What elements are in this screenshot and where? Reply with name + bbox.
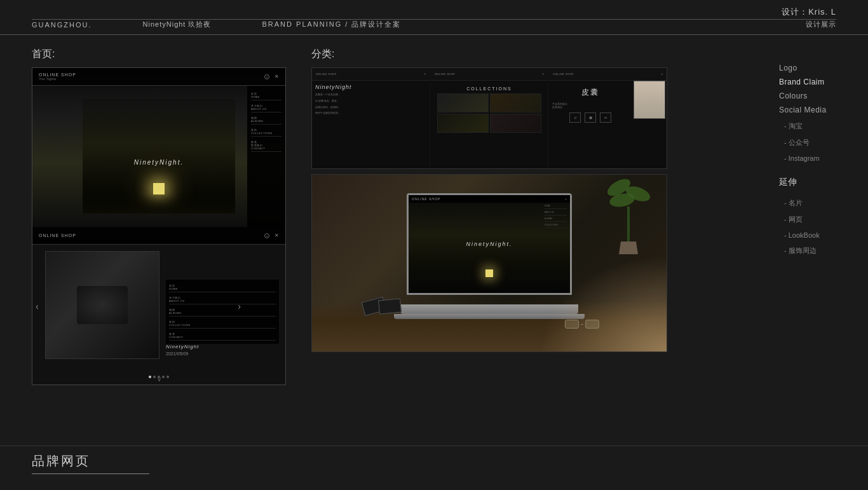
glasses-bridge xyxy=(581,324,583,325)
header-city: GUANGZHOU. xyxy=(32,21,92,29)
menu-home: 首页HOME xyxy=(251,91,281,100)
category-label: 分类: xyxy=(311,48,792,61)
carousel-info: 首页HOME 关于我们ABOUT US 相册ALBUMS 系列COLLECTIO… xyxy=(159,245,285,365)
laptop-light-box xyxy=(485,269,493,277)
cat-panel-3-content: 皮囊 产品系列展示皮具精品 ∪ ◉ ∞ xyxy=(549,81,667,168)
coll-thumb-3 xyxy=(437,114,489,133)
sidebar-colours[interactable]: Colours xyxy=(779,92,849,100)
header-brand-name: NinetyNight 玖拾夜 xyxy=(143,20,212,29)
collections-grid xyxy=(434,93,545,133)
sidebar-instagram[interactable]: - Instagram xyxy=(779,154,849,162)
preview-nav-subtitle: Your Tagline xyxy=(39,77,76,81)
cat-product-icons: ∪ ◉ ∞ xyxy=(552,110,628,125)
laptop-screen-nav: ONLINE SHOP ✕ xyxy=(409,195,570,203)
biz-card-2 xyxy=(378,299,402,315)
icon-link: ∞ xyxy=(600,112,611,123)
bottom-underline xyxy=(32,473,149,474)
preview-nav-title: ONLINE SHOP xyxy=(39,72,76,77)
menu-about: 关于我们ABOUT US xyxy=(251,103,281,112)
ocean-brand-text: NinetyNight. xyxy=(134,159,184,166)
sidebar-social-media[interactable]: Social Media xyxy=(779,105,849,114)
product-photo xyxy=(634,81,665,119)
laptop-side-menu: HOME ABOUT US ALBUMS COLLECTIONS xyxy=(545,205,567,230)
sidebar-brand-claim[interactable]: Brand Claim xyxy=(779,78,849,86)
cat-panel-2-content: COLLECTIONS xyxy=(431,81,548,136)
plant-pot xyxy=(619,242,638,254)
sidebar-taobao[interactable]: - 淘宝 xyxy=(779,121,849,131)
dot-4 xyxy=(162,376,165,378)
hand-overlay xyxy=(539,256,667,351)
laptop-nav-logo: ONLINE SHOP xyxy=(412,197,440,201)
homepage-bottom-nav: ONLINE SHOP ○ ✕ xyxy=(32,227,285,245)
plant-decoration xyxy=(603,181,654,245)
plant-stem xyxy=(627,207,630,245)
scroll-down-icon: ∨ xyxy=(157,376,161,383)
cart-icon: ○ xyxy=(264,74,269,79)
coll-thumb-4 xyxy=(490,114,541,133)
category-preview: ONLINE SHOP ✕ NinetyNight 皮囊是一个皮具品牌... 以… xyxy=(311,67,667,169)
laptop-screen-brand: NinetyNight. xyxy=(466,241,512,247)
header-planning: BRAND PLANNING / 品牌设计全案 xyxy=(262,20,806,29)
bottom-title: 品牌网页 xyxy=(32,453,836,470)
sidebar-accessories[interactable]: - 服饰周边 xyxy=(779,246,849,255)
bottom-cart-icon: ○ xyxy=(264,233,269,238)
lmenu-3: ALBUMS xyxy=(545,217,567,222)
cat-nav-x-2: ✕ xyxy=(542,72,544,76)
lens-right xyxy=(585,320,599,329)
homepage-top-section: ONLINE SHOP Your Tagline ○ ✕ 首页HOME 关于我们… xyxy=(32,68,285,227)
icon-eye: ◉ xyxy=(585,112,596,123)
sidebar-logo[interactable]: Logo xyxy=(779,64,849,72)
cmenu-contact: 联系CONTACT xyxy=(169,331,276,341)
bottom-x-icon: ✕ xyxy=(275,233,279,238)
homepage-bottom-section: ONLINE SHOP ○ ✕ ‹ 首页HOME 关于我们ABOUT US 相册… xyxy=(32,227,285,385)
ocean-visual: NinetyNight. xyxy=(83,99,235,214)
water-reflection xyxy=(83,194,235,214)
business-cards xyxy=(363,299,401,313)
cat-panel-2: ONLINE SHOP ✕ COLLECTIONS xyxy=(431,68,548,168)
right-sidebar: Logo Brand Claim Colours Social Media - … xyxy=(779,64,849,255)
cat-product-photo xyxy=(632,81,667,168)
prev-arrow[interactable]: ‹ xyxy=(36,301,39,311)
preview-navigation: ONLINE SHOP Your Tagline ○ ✕ xyxy=(32,68,285,86)
menu-contact: 联系联系我们CONTACT xyxy=(251,139,281,152)
cat-panel-1-nav: ONLINE SHOP ✕ xyxy=(312,68,430,81)
header-design-show: 设计展示 xyxy=(806,20,836,29)
category-section: 分类: ONLINE SHOP ✕ NinetyNight 皮囊是一个皮具品牌.… xyxy=(311,48,792,352)
homepage-label: 首页: xyxy=(32,48,286,61)
cat-nav-x-3: ✕ xyxy=(661,72,663,76)
lmenu-4: COLLECTIONS xyxy=(545,224,567,228)
menu-collections: 系列COLLECTIONS xyxy=(251,127,281,137)
sidebar-webpage[interactable]: - 网页 xyxy=(779,215,849,224)
carousel-image xyxy=(45,251,159,359)
carousel-date: 2021/05/09 xyxy=(166,351,279,356)
cat-product-desc: 产品系列展示皮具精品 xyxy=(552,103,628,110)
coll-thumb-1 xyxy=(437,93,489,112)
carousel-side-menu: 首页HOME 关于我们ABOUT US 相册ALBUMS 系列COLLECTIO… xyxy=(166,280,279,344)
cat-chinese-text: 皮囊 产品系列展示皮具精品 ∪ ◉ ∞ xyxy=(549,81,632,168)
cat-panel-1-content: NinetyNight 皮囊是一个皮具品牌... 以"皮囊"命名，寓意... 品… xyxy=(312,81,430,118)
header-designer: 设计：Kris. L xyxy=(782,6,836,18)
laptop-photo: ONLINE SHOP ✕ HOME ABOUT US ALBUMS COLLE… xyxy=(311,174,667,352)
dot-5 xyxy=(166,376,169,378)
dot-2 xyxy=(153,376,156,378)
sidebar-lookbook[interactable]: - LookBook xyxy=(779,231,849,239)
coll-thumb-2 xyxy=(490,93,541,112)
cmenu-home: 首页HOME xyxy=(169,283,276,292)
cat-panel-1: ONLINE SHOP ✕ NinetyNight 皮囊是一个皮具品牌... 以… xyxy=(312,68,430,168)
header: GUANGZHOU. NinetyNight 玖拾夜 BRAND PLANNIN… xyxy=(0,0,868,35)
sidebar-business-card[interactable]: - 名片 xyxy=(779,198,849,208)
cat-panel-3: ONLINE SHOP ✕ 皮囊 产品系列展示皮具精品 ∪ ◉ ∞ xyxy=(549,68,667,168)
cat-panel-3-nav: ONLINE SHOP ✕ xyxy=(549,68,667,81)
bottom-section: 品牌网页 xyxy=(0,446,868,490)
cat-nav-text-2: ONLINE SHOP xyxy=(435,72,456,76)
cmenu-albums: 相册ALBUMS xyxy=(169,307,276,316)
carousel-area: ‹ 首页HOME 关于我们ABOUT US 相册ALBUMS 系列COLLECT… xyxy=(32,245,285,365)
bottom-nav-icons: ○ ✕ xyxy=(264,233,279,238)
glasses-visual xyxy=(565,320,603,329)
laptop-nav-x: ✕ xyxy=(565,198,567,201)
menu-albums: 相册ALBUMS xyxy=(251,115,281,125)
bottom-nav-title: ONLINE SHOP xyxy=(39,233,76,238)
sidebar-weixin[interactable]: - 公众号 xyxy=(779,138,849,147)
next-arrow[interactable]: › xyxy=(238,301,241,311)
cat-text-1: 皮囊是一个皮具品牌... 以"皮囊"命名，寓意... 品牌以简约、低调的... … xyxy=(315,93,426,115)
